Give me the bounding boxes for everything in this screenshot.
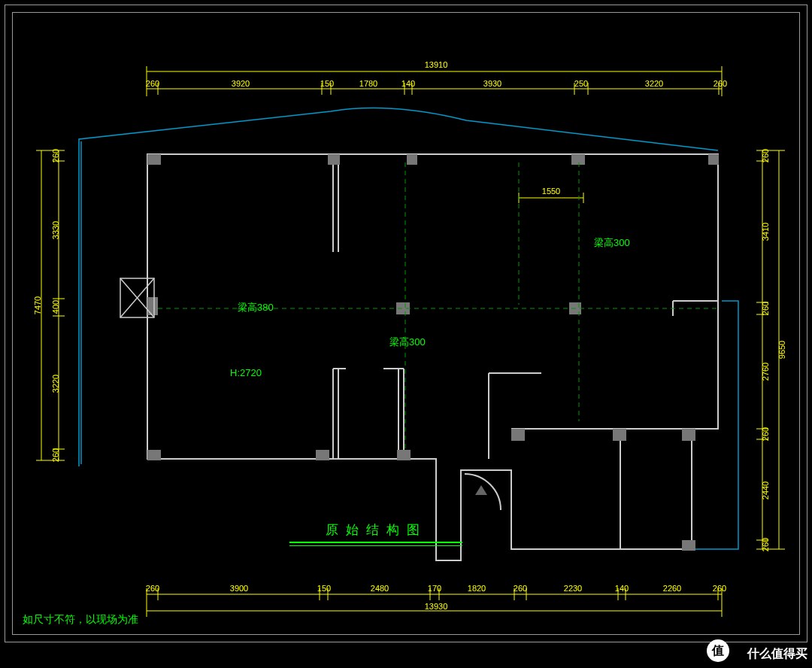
dim-top-total: 13910 bbox=[425, 60, 448, 69]
dim-inner-1550: 1550 bbox=[542, 187, 560, 196]
dim-right-total: 9650 bbox=[777, 341, 786, 359]
dim-bot-10: 2260 bbox=[663, 584, 681, 593]
svg-rect-70 bbox=[613, 429, 626, 441]
dim-bot-7: 260 bbox=[514, 584, 527, 593]
dim-top-2: 3920 bbox=[232, 79, 250, 88]
anno-beam-300-b: 梁高300 bbox=[594, 236, 630, 250]
svg-rect-69 bbox=[511, 429, 525, 441]
dim-left-3: 400 bbox=[51, 300, 60, 314]
dim-left-5: 260 bbox=[51, 448, 60, 462]
svg-rect-64 bbox=[571, 154, 585, 165]
svg-rect-65 bbox=[708, 154, 719, 165]
svg-rect-68 bbox=[397, 450, 411, 460]
svg-rect-71 bbox=[682, 429, 695, 441]
svg-rect-75 bbox=[147, 297, 158, 315]
anno-beam-380: 梁高380 bbox=[238, 301, 274, 314]
svg-marker-83 bbox=[475, 485, 487, 495]
watermark-text: 什么值得买 bbox=[747, 646, 807, 662]
title-underline-thin bbox=[289, 545, 462, 546]
svg-rect-62 bbox=[328, 154, 340, 165]
site-note: 如尺寸不符，以现场为准 bbox=[23, 613, 138, 627]
dim-left-2: 3330 bbox=[51, 221, 60, 239]
anno-height: H:2720 bbox=[230, 367, 262, 378]
dim-left-1: 260 bbox=[51, 149, 60, 162]
dim-bot-9: 140 bbox=[615, 584, 629, 593]
dim-left-4: 3220 bbox=[51, 375, 60, 393]
dim-left-total: 7470 bbox=[33, 296, 42, 314]
dim-bot-8: 2230 bbox=[564, 584, 582, 593]
dim-right-4: 2760 bbox=[761, 363, 770, 381]
dim-bot-5: 170 bbox=[428, 584, 441, 593]
dim-top-6: 3930 bbox=[483, 79, 501, 88]
dim-bot-6: 1820 bbox=[468, 584, 486, 593]
drawing-title: 原始结构图 bbox=[289, 521, 462, 542]
dim-top-7: 250 bbox=[574, 79, 588, 88]
dim-top-1: 260 bbox=[146, 79, 159, 88]
dim-top-4: 1780 bbox=[359, 79, 377, 88]
dim-bot-11: 260 bbox=[713, 584, 726, 593]
svg-rect-63 bbox=[407, 154, 417, 165]
anno-beam-300-a: 梁高300 bbox=[389, 336, 426, 349]
title-underline-thick bbox=[289, 542, 462, 543]
svg-rect-66 bbox=[147, 450, 161, 460]
dim-bot-1: 260 bbox=[146, 584, 159, 593]
drawing-title-block: 原始结构图 bbox=[289, 521, 462, 546]
dim-bot-total: 13930 bbox=[425, 602, 448, 611]
dim-bot-3: 150 bbox=[317, 584, 331, 593]
dim-right-5: 260 bbox=[761, 427, 770, 441]
dim-bot-4: 2480 bbox=[371, 584, 389, 593]
dim-top-3: 150 bbox=[320, 79, 334, 88]
watermark-badge-icon: 值 bbox=[707, 639, 729, 662]
dim-right-3: 260 bbox=[761, 302, 770, 315]
svg-rect-61 bbox=[147, 154, 161, 165]
dim-right-1: 260 bbox=[761, 149, 770, 162]
dim-right-6: 2440 bbox=[761, 481, 770, 499]
dim-top-9: 260 bbox=[714, 79, 727, 88]
svg-rect-72 bbox=[682, 540, 695, 551]
dim-right-7: 260 bbox=[761, 538, 770, 551]
dim-bot-2: 3900 bbox=[230, 584, 248, 593]
dim-right-2: 3410 bbox=[761, 223, 770, 241]
floorplan-svg bbox=[0, 0, 812, 668]
dim-top-8: 3220 bbox=[645, 79, 663, 88]
svg-rect-67 bbox=[316, 450, 329, 460]
dim-top-5: 140 bbox=[401, 79, 415, 88]
